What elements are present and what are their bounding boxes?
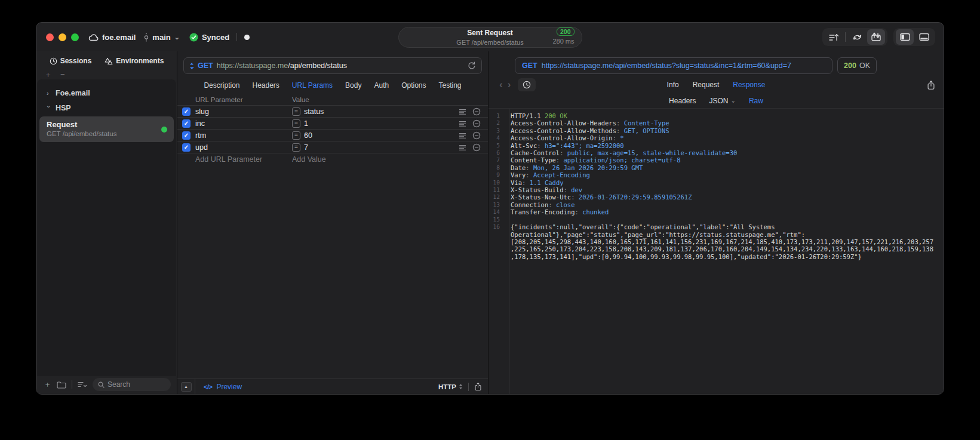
tree-item-foe-email[interactable]: › Foe.email — [37, 85, 176, 100]
sent-url-display[interactable]: GET https://statuspage.me/api/embed/stat… — [515, 57, 832, 74]
reorder-handle-icon[interactable] — [456, 109, 469, 115]
expand-panel-button[interactable]: ▲ — [181, 382, 192, 392]
branch-name[interactable]: main — [152, 33, 170, 42]
request-item-subtitle: GET /api/embed/status — [47, 130, 168, 138]
line-number: 2 — [489, 119, 505, 127]
zoom-window-button[interactable] — [71, 33, 79, 41]
tab-options[interactable]: Options — [401, 81, 426, 90]
tab-sessions[interactable]: Sessions — [50, 57, 92, 65]
reorder-handle-icon[interactable] — [456, 133, 469, 139]
code-line: 5Alt-Svc: h3=":443"; ma=2592000 — [489, 142, 944, 149]
equals-icon: = — [292, 131, 300, 140]
resend-request-icon[interactable] — [468, 61, 476, 70]
request-url-host[interactable]: https://statuspage.me — [217, 61, 288, 70]
protocol-select[interactable]: HTTP — [438, 383, 463, 390]
request-method[interactable]: GET — [198, 61, 213, 70]
line-number: 5 — [489, 142, 505, 149]
param-checkbox[interactable]: ✓ — [182, 119, 191, 128]
sent-request-subtitle: GET /api/embed/status — [456, 39, 523, 46]
request-success-dot — [161, 127, 167, 133]
remove-param-icon[interactable] — [469, 131, 484, 140]
line-number: 8 — [489, 164, 505, 171]
search-icon — [98, 381, 105, 388]
tab-environments[interactable]: Environments — [105, 57, 164, 65]
preview-button[interactable]: </> Preview — [204, 383, 242, 391]
minimize-window-button[interactable] — [59, 33, 66, 41]
code-line: 14Transfer-Encoding: chunked — [489, 208, 944, 216]
remove-session-button[interactable]: − — [60, 70, 65, 79]
project-name[interactable]: foe.email — [102, 33, 136, 42]
tab-request[interactable]: Request — [693, 81, 720, 89]
param-checkbox[interactable]: ✓ — [182, 143, 191, 152]
compare-branches-button[interactable] — [848, 29, 866, 45]
param-checkbox[interactable]: ✓ — [182, 131, 191, 140]
chevron-down-icon[interactable]: › — [45, 106, 53, 110]
share-icon[interactable] — [474, 382, 482, 391]
history-button[interactable] — [518, 78, 536, 91]
tab-info[interactable]: Info — [667, 81, 679, 89]
request-list-item-selected[interactable]: Request GET /api/embed/status — [39, 116, 174, 142]
tab-url-params[interactable]: URL Params — [292, 81, 333, 90]
request-url-path[interactable]: /api/embed/status — [288, 61, 347, 70]
reorder-handle-icon[interactable] — [456, 121, 469, 127]
response-request-line: GET https://statuspage.me/api/embed/stat… — [489, 51, 944, 76]
param-name-input[interactable]: slug — [195, 107, 292, 116]
tab-testing[interactable]: Testing — [439, 81, 462, 90]
chevron-down-icon[interactable]: ⌄ — [174, 33, 180, 41]
search-field[interactable] — [93, 378, 171, 391]
code-line: 1HTTP/1.1 200 OK — [489, 112, 944, 119]
param-checkbox[interactable]: ✓ — [182, 107, 191, 116]
remove-param-icon[interactable] — [469, 143, 484, 152]
param-name-input[interactable]: upd — [195, 143, 292, 152]
remove-param-icon[interactable] — [469, 119, 484, 128]
tab-body[interactable]: Body — [345, 81, 361, 90]
param-name-input[interactable]: rtm — [195, 131, 292, 140]
code-line: 8Date: Mon, 26 Jan 2026 20:29:59 GMT — [489, 164, 944, 171]
titlebar-separator — [236, 33, 237, 41]
line-number: 6 — [489, 149, 505, 156]
toggle-bottom-panel-button[interactable] — [915, 29, 933, 45]
export-response-icon[interactable] — [927, 80, 935, 90]
search-input[interactable] — [107, 380, 165, 389]
param-value-input[interactable]: status — [304, 107, 324, 116]
preview-label: Preview — [216, 383, 242, 391]
request-url-bar[interactable]: GET https://statuspage.me /api/embed/sta… — [183, 57, 482, 74]
tab-auth[interactable]: Auth — [374, 81, 389, 90]
add-param-name-placeholder[interactable]: Add URL Parameter — [195, 155, 292, 164]
tree-item-hsp[interactable]: › HSP — [37, 100, 176, 115]
subtab-raw[interactable]: Raw — [749, 97, 763, 105]
add-session-button[interactable]: ＋ — [44, 70, 52, 79]
toggle-sidebar-button[interactable] — [896, 29, 914, 45]
remove-param-icon[interactable] — [469, 107, 484, 116]
response-status-box: 200 OK — [837, 57, 877, 74]
import-export-button[interactable] — [867, 29, 885, 45]
export-list-button[interactable] — [825, 29, 843, 45]
request-status-capsule[interactable]: Sent Request 200 GET /api/embed/status 2… — [398, 27, 582, 48]
url-params-table: URL Parameter Value ✓ slug =status ✓ inc — [177, 94, 488, 379]
tab-description[interactable]: Description — [204, 81, 239, 90]
tab-response[interactable]: Response — [733, 81, 765, 89]
new-folder-icon[interactable] — [57, 381, 66, 389]
request-duration: 280 ms — [552, 38, 574, 45]
history-forward-icon[interactable]: › — [505, 80, 514, 90]
response-body-viewer[interactable]: 1HTTP/1.1 200 OK2Access-Control-Allow-He… — [489, 109, 944, 394]
param-value-input[interactable]: 1 — [304, 119, 308, 128]
subtab-json[interactable]: JSON ⌄ — [709, 97, 735, 105]
param-name-input[interactable]: inc — [195, 119, 292, 128]
param-value-input[interactable]: 60 — [304, 131, 312, 140]
response-subtabs: Headers JSON ⌄ Raw — [489, 93, 944, 109]
code-line: 13Connection: close — [489, 201, 944, 208]
sessions-tree: › Foe.email › HSP Request GET /api/embed… — [37, 79, 176, 376]
param-value-input[interactable]: 7 — [304, 143, 308, 152]
subtab-headers[interactable]: Headers — [669, 97, 696, 105]
footer-separator — [72, 380, 72, 389]
close-window-button[interactable] — [46, 33, 54, 41]
reorder-handle-icon[interactable] — [456, 144, 469, 150]
add-item-button[interactable]: ＋ — [44, 379, 51, 390]
tab-headers[interactable]: Headers — [252, 81, 279, 90]
history-back-icon[interactable]: ‹ — [497, 80, 505, 90]
sort-options-icon[interactable] — [78, 381, 87, 388]
chevron-right-icon[interactable]: › — [47, 90, 51, 97]
add-param-value-placeholder[interactable]: Add Value — [292, 155, 456, 164]
method-stepper-icon[interactable] — [189, 62, 194, 70]
